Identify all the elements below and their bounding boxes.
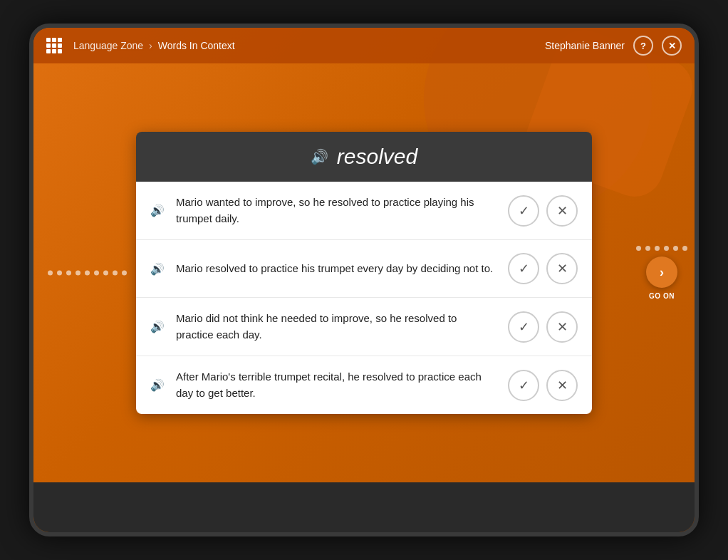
quiz-card: 🔊 resolved 🔊 Mario wanted to improve, so…: [136, 132, 592, 414]
progress-dots-right: [636, 246, 687, 251]
check-button-3[interactable]: ✓: [508, 311, 539, 343]
sentence-text-4: After Mario's terrible trumpet recital, …: [176, 369, 496, 401]
close-button[interactable]: ✕: [662, 36, 682, 56]
dot-2: [57, 271, 62, 276]
sentence-row-3: 🔊 Mario did not think he needed to impro…: [136, 298, 592, 356]
sound-icon-1[interactable]: 🔊: [150, 204, 165, 217]
dot-4: [76, 271, 80, 276]
dot-r5: [673, 246, 678, 251]
check-button-1[interactable]: ✓: [508, 195, 539, 227]
answer-buttons-3: ✓ ✕: [508, 311, 578, 343]
cross-button-4[interactable]: ✕: [546, 370, 578, 401]
go-on-area: › GO ON: [636, 246, 687, 300]
sentence-text-1: Mario wanted to improve, so he resolved …: [176, 195, 496, 227]
go-on-label: GO ON: [649, 292, 675, 300]
cross-button-3[interactable]: ✕: [546, 311, 578, 343]
dot-1: [48, 271, 53, 276]
go-on-button[interactable]: ›: [646, 256, 677, 288]
cross-button-2[interactable]: ✕: [546, 253, 578, 284]
sentence-row-4: 🔊 After Mario's terrible trumpet recital…: [136, 356, 592, 414]
breadcrumb-current: Words In Context: [158, 40, 235, 51]
header-sound-icon[interactable]: 🔊: [311, 148, 328, 165]
dot-r2: [645, 246, 650, 251]
bottom-bar: [33, 482, 695, 532]
dot-9: [122, 271, 127, 276]
sentence-text-2: Mario resolved to practice his trumpet e…: [176, 261, 496, 277]
breadcrumb-separator: ›: [149, 40, 152, 51]
sentence-row-2: 🔊 Mario resolved to practice his trumpet…: [136, 240, 592, 298]
nav-right: Stephanie Banner ? ✕: [545, 36, 682, 56]
check-button-4[interactable]: ✓: [508, 370, 539, 401]
dot-7: [103, 271, 108, 276]
answer-buttons-4: ✓ ✕: [508, 370, 578, 401]
sentence-row-1: 🔊 Mario wanted to improve, so he resolve…: [136, 182, 592, 240]
sound-icon-4[interactable]: 🔊: [150, 378, 165, 392]
answer-buttons-1: ✓ ✕: [508, 195, 578, 227]
dot-8: [113, 271, 118, 276]
breadcrumb-parent[interactable]: Language Zone: [73, 40, 143, 51]
check-button-2[interactable]: ✓: [508, 253, 539, 284]
nav-bar: Language Zone › Words In Context Stephan…: [33, 28, 695, 63]
app-background: Language Zone › Words In Context Stephan…: [33, 28, 695, 532]
dot-6: [94, 271, 99, 276]
sound-icon-3[interactable]: 🔊: [150, 320, 165, 333]
card-body: 🔊 Mario wanted to improve, so he resolve…: [136, 182, 592, 414]
dot-r3: [655, 246, 660, 251]
progress-dots-left: [48, 271, 127, 276]
dot-3: [66, 271, 71, 276]
dot-r1: [636, 246, 641, 251]
dot-r6: [682, 246, 687, 251]
dot-5: [85, 271, 90, 276]
grid-icon[interactable]: [46, 38, 62, 53]
card-header: 🔊 resolved: [136, 132, 592, 182]
help-button[interactable]: ?: [633, 36, 653, 56]
content-area: 🔊 resolved 🔊 Mario wanted to improve, so…: [33, 63, 695, 482]
username-label: Stephanie Banner: [545, 40, 625, 51]
answer-buttons-2: ✓ ✕: [508, 253, 578, 284]
sentence-text-3: Mario did not think he needed to improve…: [176, 311, 496, 343]
cross-button-1[interactable]: ✕: [546, 195, 578, 227]
tablet-frame: Language Zone › Words In Context Stephan…: [29, 24, 699, 536]
target-word: resolved: [337, 145, 417, 169]
dot-r4: [664, 246, 669, 251]
breadcrumb: Language Zone › Words In Context: [73, 40, 545, 51]
sound-icon-2[interactable]: 🔊: [150, 262, 165, 276]
